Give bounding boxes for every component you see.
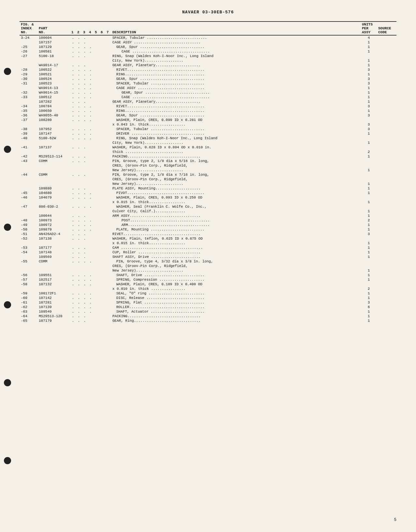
cell-col-4: . bbox=[88, 273, 93, 277]
cell-col-3 bbox=[82, 140, 88, 145]
cell-col-1 bbox=[70, 182, 76, 186]
cell-col-7 bbox=[105, 159, 111, 163]
cell-col-1: . bbox=[70, 127, 76, 131]
table-row: 109880...PLATE ASSY, Mounting...........… bbox=[20, 186, 396, 191]
cell-units bbox=[361, 204, 377, 209]
cell-col-3: . bbox=[82, 282, 88, 287]
table-row: -32WA9014-15....GEAR, Spur .............… bbox=[20, 90, 396, 95]
cell-desc: SHAFT ASSY, Drive ......................… bbox=[111, 255, 361, 259]
cell-col-2: . bbox=[76, 35, 82, 40]
cell-col-6 bbox=[99, 204, 105, 209]
cell-col-2 bbox=[76, 58, 82, 63]
cell-desc: SPACER, Tubular ........................… bbox=[111, 35, 361, 40]
cell-col-5 bbox=[93, 186, 99, 191]
cell-units: 1 bbox=[361, 63, 377, 67]
cell-col-2: . bbox=[76, 104, 82, 109]
table-row: -41107137...WASHER, Plain, 0.628 ID x 0.… bbox=[20, 145, 396, 150]
cell-col-5 bbox=[93, 154, 99, 159]
cell-units: 3 bbox=[361, 113, 377, 118]
cell-col-1 bbox=[70, 150, 76, 154]
cell-fig bbox=[20, 63, 37, 67]
cell-col-2: . bbox=[76, 191, 82, 195]
cell-col-5 bbox=[93, 223, 99, 227]
cell-part bbox=[37, 182, 70, 186]
cell-source bbox=[377, 177, 396, 182]
cell-units: 1 bbox=[361, 182, 377, 186]
cell-col-3 bbox=[82, 182, 88, 186]
cell-units bbox=[361, 195, 377, 200]
table-row: -31100523....SPACER, Tubular ...........… bbox=[20, 81, 396, 86]
cell-col-7 bbox=[105, 241, 111, 245]
cell-col-4: . bbox=[88, 195, 93, 200]
cell-col-7 bbox=[105, 296, 111, 300]
cell-col-1: . bbox=[70, 314, 76, 318]
cell-col-1 bbox=[70, 163, 76, 168]
cell-col-3 bbox=[82, 200, 88, 204]
table-row: x 0.015 in. thick.................1 bbox=[20, 241, 396, 245]
cell-col-2: . bbox=[76, 277, 82, 282]
cell-col-6 bbox=[99, 113, 105, 118]
cell-col-2: . bbox=[76, 204, 82, 209]
cell-fig: -57 bbox=[20, 277, 37, 282]
cell-col-6 bbox=[99, 159, 105, 163]
cell-col-7 bbox=[105, 273, 111, 277]
cell-col-1: . bbox=[70, 145, 76, 150]
cell-col-3 bbox=[82, 268, 88, 273]
cell-desc: WASHER, Plain, CRES, 0.099 ID x 0.281 OD bbox=[111, 118, 361, 122]
cell-fig: -60 bbox=[20, 296, 37, 300]
cell-col-5 bbox=[93, 287, 99, 291]
cell-col-4: . bbox=[88, 227, 93, 232]
cell-col-7 bbox=[105, 86, 111, 90]
cell-part: 5100-62W bbox=[37, 136, 70, 140]
cell-col-6 bbox=[99, 77, 105, 81]
cell-col-3: . bbox=[82, 63, 88, 67]
cell-col-3: . bbox=[82, 232, 88, 236]
cell-col-4 bbox=[88, 314, 93, 318]
cell-col-1: . bbox=[70, 45, 76, 49]
cell-col-6 bbox=[99, 223, 105, 227]
cell-col-2: . bbox=[76, 250, 82, 255]
cell-col-5 bbox=[93, 209, 99, 214]
table-row: 107282...GEAR ASSY, Planetary...........… bbox=[20, 99, 396, 104]
hole-3 bbox=[4, 224, 11, 231]
cell-col-2: . bbox=[76, 214, 82, 218]
cell-units: 1 bbox=[361, 277, 377, 282]
cell-col-7 bbox=[105, 58, 111, 63]
cell-col-6 bbox=[99, 104, 105, 109]
cell-col-1: . bbox=[70, 72, 76, 77]
cell-part: 107142 bbox=[37, 296, 70, 300]
cell-desc: x 0.015 in. thick................. bbox=[111, 241, 361, 245]
table-row: -54107148...CUP, Roller ................… bbox=[20, 250, 396, 255]
col-header-6: 6 bbox=[99, 22, 105, 35]
cell-units: 1 bbox=[361, 154, 377, 159]
cell-col-7 bbox=[105, 287, 111, 291]
cell-col-3: . bbox=[82, 67, 88, 72]
cell-col-7 bbox=[105, 250, 111, 255]
table-row: -45104680....PIVOT......................… bbox=[20, 191, 396, 195]
cell-units: 1 bbox=[361, 209, 377, 214]
cell-units: 1 bbox=[361, 255, 377, 259]
cell-col-4 bbox=[88, 182, 93, 186]
cell-col-4 bbox=[88, 214, 93, 218]
cell-fig bbox=[20, 255, 37, 259]
cell-col-4 bbox=[88, 245, 93, 250]
cell-source bbox=[377, 77, 396, 81]
cell-desc: PIN, Groove, type 2, 1/8 dia x 7/16 in. … bbox=[111, 172, 361, 177]
cell-fig: -42 bbox=[20, 154, 37, 159]
cell-fig: -27 bbox=[20, 54, 37, 58]
cell-units: 1 bbox=[361, 90, 377, 95]
cell-col-2: . bbox=[76, 273, 82, 277]
cell-part: 102517 bbox=[37, 277, 70, 282]
cell-col-3 bbox=[82, 163, 88, 168]
cell-units: 1 bbox=[361, 250, 377, 255]
cell-col-2: . bbox=[76, 236, 82, 241]
binding-holes bbox=[4, 0, 11, 532]
cell-col-1: . bbox=[70, 236, 76, 241]
cell-part: 109880 bbox=[37, 186, 70, 191]
cell-col-7 bbox=[105, 131, 111, 136]
cell-fig: -32 bbox=[20, 90, 37, 95]
cell-col-7 bbox=[105, 191, 111, 195]
cell-col-1: . bbox=[70, 309, 76, 314]
cell-units: 3 bbox=[361, 300, 377, 305]
cell-desc: CUP, Roller ............................… bbox=[111, 250, 361, 255]
